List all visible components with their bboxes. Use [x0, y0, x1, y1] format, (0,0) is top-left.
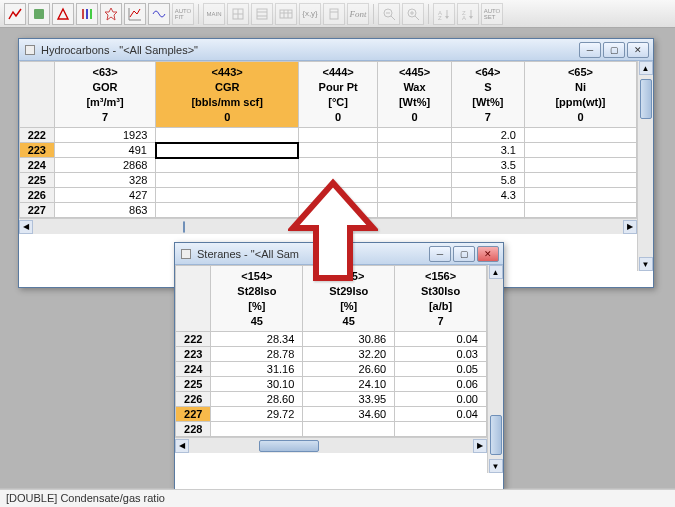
row-header[interactable]: 224	[20, 158, 55, 173]
cell[interactable]: 0.06	[395, 377, 487, 392]
cell[interactable]: 4.3	[451, 188, 524, 203]
table-row[interactable]: 2234913.1	[20, 143, 637, 158]
cell[interactable]: 328	[54, 173, 156, 188]
cell[interactable]: 26.60	[303, 362, 395, 377]
star-icon[interactable]	[100, 3, 122, 25]
grid1-icon[interactable]	[227, 3, 249, 25]
scroll-up-icon[interactable]: ▲	[639, 61, 653, 75]
auto2-icon[interactable]: AUTOSET	[481, 3, 503, 25]
table-row[interactable]: 22328.7832.200.03	[176, 347, 487, 362]
auto-icon[interactable]: AUTOFIT	[172, 3, 194, 25]
scroll-thumb[interactable]	[183, 221, 185, 233]
cell[interactable]: 30.86	[303, 332, 395, 347]
cell[interactable]	[524, 188, 636, 203]
cell[interactable]: 0.03	[395, 347, 487, 362]
row-header[interactable]: 226	[176, 392, 211, 407]
maximize-button[interactable]: ▢	[453, 246, 475, 262]
vertical-scrollbar[interactable]: ▲ ▼	[487, 265, 503, 473]
row-header[interactable]: 223	[176, 347, 211, 362]
plot-icon[interactable]	[124, 3, 146, 25]
cell[interactable]	[524, 128, 636, 143]
cell[interactable]: 32.20	[303, 347, 395, 362]
cell[interactable]: 24.10	[303, 377, 395, 392]
cell[interactable]: 31.16	[211, 362, 303, 377]
cell[interactable]: 2.0	[451, 128, 524, 143]
cell[interactable]	[298, 203, 377, 218]
font-icon[interactable]: Font	[347, 3, 369, 25]
table-row[interactable]: 22628.6033.950.00	[176, 392, 487, 407]
scroll-right-icon[interactable]: ▶	[473, 439, 487, 453]
cell[interactable]	[211, 422, 303, 437]
triangle-icon[interactable]	[52, 3, 74, 25]
table-row[interactable]: 22729.7234.600.04	[176, 407, 487, 422]
cell[interactable]: 30.10	[211, 377, 303, 392]
vertical-scrollbar[interactable]: ▲ ▼	[637, 61, 653, 271]
cell[interactable]	[524, 173, 636, 188]
scroll-thumb[interactable]	[490, 415, 502, 455]
clip-icon[interactable]	[323, 3, 345, 25]
table-row[interactable]: 22428683.5	[20, 158, 637, 173]
column-header-st30iso[interactable]: <156>St30Iso[a/b]7	[395, 266, 487, 332]
scroll-left-icon[interactable]: ◀	[19, 220, 33, 234]
row-header[interactable]: 222	[176, 332, 211, 347]
row-header[interactable]: 222	[20, 128, 55, 143]
maximize-button[interactable]: ▢	[603, 42, 625, 58]
chart-line-icon[interactable]	[4, 3, 26, 25]
cell[interactable]: 1923	[54, 128, 156, 143]
scroll-right-icon[interactable]: ▶	[623, 220, 637, 234]
zoom-out-icon[interactable]	[378, 3, 400, 25]
scroll-down-icon[interactable]: ▼	[489, 459, 503, 473]
minimize-button[interactable]: ─	[429, 246, 451, 262]
cell[interactable]	[378, 128, 451, 143]
cell[interactable]: 0.05	[395, 362, 487, 377]
cell[interactable]	[378, 173, 451, 188]
scroll-thumb[interactable]	[259, 440, 319, 452]
column-header-s[interactable]: <64>S[Wt%]7	[451, 62, 524, 128]
hydrocarbons-table[interactable]: <63>GOR[m³/m³]7<443>CGR[bbls/mm scf]0<44…	[19, 61, 637, 218]
main-icon[interactable]: MAIN	[203, 3, 225, 25]
scroll-left-icon[interactable]: ◀	[175, 439, 189, 453]
sort-desc-icon[interactable]: ZA	[457, 3, 479, 25]
minimize-button[interactable]: ─	[579, 42, 601, 58]
table-row[interactable]: 228	[176, 422, 487, 437]
cell[interactable]: 33.95	[303, 392, 395, 407]
row-header[interactable]: 225	[176, 377, 211, 392]
titlebar[interactable]: Steranes - "<All Sam ─ ▢ ✕	[175, 243, 503, 265]
cell[interactable]	[378, 143, 451, 158]
xy-icon[interactable]: {x,y}	[299, 3, 321, 25]
table-row[interactable]: 22219232.0	[20, 128, 637, 143]
cell[interactable]	[298, 173, 377, 188]
cell[interactable]: 2868	[54, 158, 156, 173]
cell[interactable]: 491	[54, 143, 156, 158]
cell[interactable]: 3.1	[451, 143, 524, 158]
table-icon[interactable]	[275, 3, 297, 25]
column-header-wax[interactable]: <445>Wax[Wt%]0	[378, 62, 451, 128]
grid2-icon[interactable]	[251, 3, 273, 25]
scroll-up-icon[interactable]: ▲	[489, 265, 503, 279]
cell[interactable]	[395, 422, 487, 437]
cell[interactable]	[524, 143, 636, 158]
cell[interactable]: 5.8	[451, 173, 524, 188]
close-button[interactable]: ✕	[627, 42, 649, 58]
cell[interactable]	[524, 158, 636, 173]
zoom-in-icon[interactable]	[402, 3, 424, 25]
cell[interactable]	[298, 188, 377, 203]
cell[interactable]	[298, 128, 377, 143]
cell[interactable]	[156, 158, 299, 173]
steranes-table[interactable]: <154>St28Iso[%]45<155>St29Iso[%]45<156>S…	[175, 265, 487, 437]
row-header[interactable]: 226	[20, 188, 55, 203]
cell[interactable]: 0.04	[395, 332, 487, 347]
table-row[interactable]: 22228.3430.860.04	[176, 332, 487, 347]
cell[interactable]: 29.72	[211, 407, 303, 422]
bars-icon[interactable]	[76, 3, 98, 25]
table-row[interactable]: 2264274.3	[20, 188, 637, 203]
table-row[interactable]: 22530.1024.100.06	[176, 377, 487, 392]
cell[interactable]	[156, 143, 299, 158]
cell[interactable]: 28.60	[211, 392, 303, 407]
row-header[interactable]: 227	[176, 407, 211, 422]
cell[interactable]	[156, 203, 299, 218]
close-button[interactable]: ✕	[477, 246, 499, 262]
cell[interactable]: 0.04	[395, 407, 487, 422]
row-header[interactable]: 225	[20, 173, 55, 188]
cell[interactable]	[298, 158, 377, 173]
